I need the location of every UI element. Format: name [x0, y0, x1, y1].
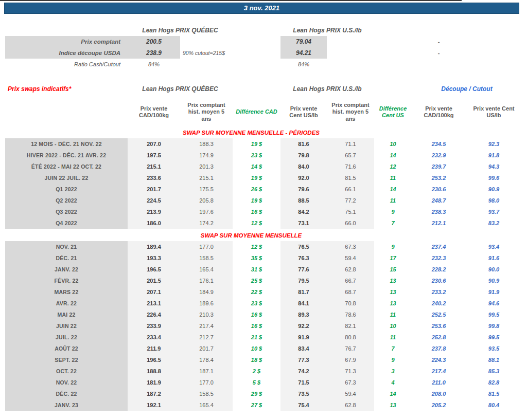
us-hist-avg: 71.3: [327, 366, 374, 377]
column-header: Différence Cent US: [374, 97, 412, 127]
us-sale-price: 77.3: [280, 354, 327, 366]
qc-price-title: Lean Hogs PRIX QUÉBEC: [128, 26, 233, 36]
cutout-us-price: 85.3: [466, 366, 522, 377]
qc-sale-price: 201.5: [128, 275, 180, 286]
qc-sale-price: 193.3: [128, 252, 180, 264]
qc-difference: 18 $: [233, 354, 280, 366]
cutout-us-price: 94.6: [466, 298, 522, 309]
us-hist-avg: 59.4: [327, 252, 374, 264]
cutout-us-price: 81.5: [466, 388, 522, 399]
us-ratio: 84%: [280, 59, 327, 70]
us-price-title: Lean Hogs PRIX U.S./lb: [280, 26, 374, 36]
period-label: JUIL. 22: [5, 332, 128, 343]
qc-difference: 31 $: [233, 264, 280, 275]
us-difference: 9: [374, 241, 412, 252]
qc-sale-price: 181.9: [128, 377, 180, 388]
swap-row: Q2 2022224.5205.819 $88.577.211248.798.0: [5, 195, 527, 206]
period-label: JANV. 22: [5, 264, 128, 275]
period-label: FÉVR. 22: [5, 275, 128, 286]
qc-hist-avg: 205.8: [180, 195, 233, 206]
qc-difference: 19 $: [233, 195, 280, 206]
report-date: 3 nov. 2021: [244, 4, 279, 12]
swaps-title-row: Prix swaps indicatifs* Lean Hogs PRIX QU…: [5, 84, 527, 94]
qc-difference: 16 $: [233, 309, 280, 320]
qc-hist-avg: 188.3: [180, 138, 233, 150]
period-label: DÉC. 22: [5, 388, 128, 399]
us-difference: 10: [374, 138, 412, 150]
period-label: MARS 22: [5, 286, 128, 298]
qc-hist-avg: 210.3: [180, 309, 233, 320]
us-sale-price: 81.7: [280, 286, 327, 298]
column-header: Prix vente CAD/100kg: [412, 97, 466, 127]
us-difference: 12: [374, 161, 412, 172]
cutout-cad-price: 232.3: [412, 252, 466, 264]
qc-sale-price: 187.2: [128, 388, 180, 399]
qc-spot-price: 200.5: [128, 36, 180, 47]
cutout-us-price: 93.7: [466, 206, 522, 217]
column-header: Prix vente Cent US/lb: [280, 97, 327, 127]
column-header: Différence CAD: [233, 97, 280, 127]
qc-sale-price: 233.4: [128, 332, 180, 343]
swaps-title: Prix swaps indicatifs*: [5, 84, 128, 94]
period-label: DÉC. 21: [5, 252, 128, 264]
us-sale-price: 84.1: [280, 298, 327, 309]
us-difference: 14: [374, 388, 412, 399]
cutout-us-price: 91.8: [466, 150, 522, 161]
swap-row: DÉC. 21193.3158.535 $76.359.417232.391.6: [5, 252, 527, 264]
swap-row: FÉVR. 22201.5176.125 $79.566.713230.690.…: [5, 275, 527, 286]
qc-difference: 12 $: [233, 217, 280, 229]
swap-row: JUIL. 22233.4212.721 $91.980.811252.899.…: [5, 332, 527, 343]
us-hist-avg: 70.8: [327, 298, 374, 309]
us-difference: 9: [374, 206, 412, 217]
qc-sale-price: 213.9: [128, 206, 180, 217]
qc-sale-price: 197.5: [128, 150, 180, 161]
cutout-us-price: 90.9: [466, 184, 522, 195]
cutout-cad-price: 252.5: [412, 309, 466, 320]
period-label: NOV. 21: [5, 241, 128, 252]
qc-difference: 29 $: [233, 388, 280, 399]
qc-difference: 23 $: [233, 150, 280, 161]
us-sale-price: 89.3: [280, 309, 327, 320]
period-label: MAI 22: [5, 309, 128, 320]
swap-row: SEPT. 22196.5178.418 $77.367.99224.388.1: [5, 354, 527, 366]
us-sale-price: 84.2: [280, 206, 327, 217]
cutout-cad-index-dash: -: [412, 47, 466, 59]
us-hist-avg: 78.6: [327, 309, 374, 320]
us-difference: 13: [374, 275, 412, 286]
us-hist-avg: 75.1: [327, 206, 374, 217]
qc-hist-avg: 158.5: [180, 252, 233, 264]
qc-hist-avg: 201.3: [180, 161, 233, 172]
us-sale-price: 79.5: [280, 275, 327, 286]
qc-difference: 22 $: [233, 286, 280, 298]
us-hist-avg: 82.1: [327, 320, 374, 332]
cutout-us-price: 88.1: [466, 354, 522, 366]
us-difference: 7: [374, 343, 412, 354]
qc-sale-price: 233.6: [128, 172, 180, 184]
cutout-cad-price: 237.8: [412, 343, 466, 354]
us-difference: 11: [374, 332, 412, 343]
us-difference: 13: [374, 286, 412, 298]
cutout-cad-price: 224.3: [412, 354, 466, 366]
us-difference: 11: [374, 172, 412, 184]
us-hist-avg: 81.5: [327, 172, 374, 184]
swap-row: NOV. 22181.9177.05 $71.567.34211.082.8: [5, 377, 527, 388]
swap-row: MARS 22207.1184.922 $81.768.713233.291.9: [5, 286, 527, 298]
qc-hist-avg: 197.6: [180, 206, 233, 217]
us-difference: 17: [374, 252, 412, 264]
us-sale-price: 76.3: [280, 252, 327, 264]
us-sale-price: 77.6: [280, 264, 327, 275]
spot-price-table: Lean Hogs PRIX QUÉBEC Lean Hogs PRIX U.S…: [5, 26, 527, 36]
us-hist-avg: 67.3: [327, 377, 374, 388]
cutout-cad-price: 208.0: [412, 388, 466, 399]
cutout-cad-price: 238.3: [412, 206, 466, 217]
swap-row: AVR. 22213.1189.623 $84.170.813240.294.6: [5, 298, 527, 309]
swap-row: JUIN 22233.9217.416 $92.282.110253.699.8: [5, 320, 527, 332]
cutout-us-price: 83.2: [466, 217, 522, 229]
us-spot-price: 79.04: [280, 36, 327, 47]
qc-hist-avg: 212.7: [180, 332, 233, 343]
cutout-cad-price: 252.8: [412, 332, 466, 343]
qc-hist-avg: 189.6: [180, 298, 233, 309]
qc-hist-avg: 158.5: [180, 388, 233, 399]
us-hist-avg: 59.4: [327, 388, 374, 399]
us-difference: 11: [374, 309, 412, 320]
